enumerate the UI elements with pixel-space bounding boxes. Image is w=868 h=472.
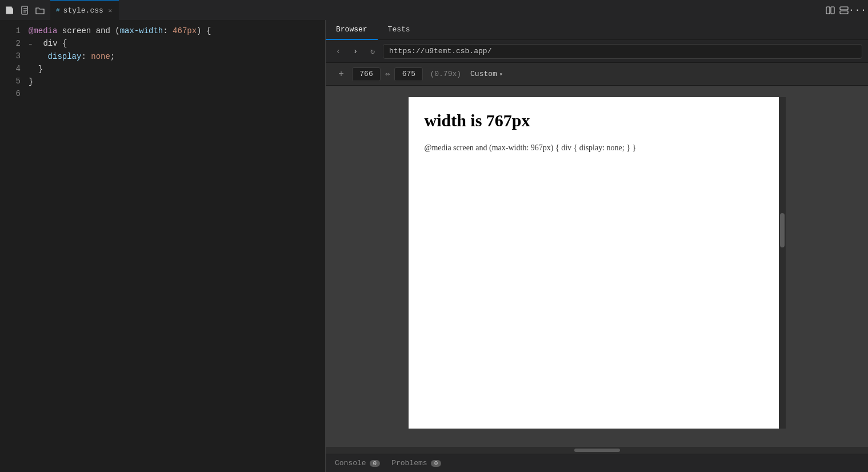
browser-hscrollbar[interactable]: [326, 447, 868, 454]
tab-bar: # style.css ✕ ···: [0, 0, 868, 20]
new-file-icon[interactable]: [19, 5, 31, 16]
explorer-icon[interactable]: [5, 5, 16, 16]
browser-scrollbar-thumb[interactable]: [780, 213, 785, 247]
console-status[interactable]: Console 0: [335, 459, 380, 467]
css-file-icon: #: [56, 7, 60, 14]
tab-bar-right: ···: [825, 5, 868, 16]
svg-rect-5: [840, 11, 848, 14]
browser-hscrollbar-thumb[interactable]: [574, 449, 620, 452]
frame-body: @media screen and (max-width: 967px) { d…: [425, 142, 770, 154]
folder-icon[interactable]: [34, 5, 46, 16]
editor-panel: 1 2 3 4 5 6 @media screen and (max-width…: [0, 20, 326, 472]
problems-badge: 0: [431, 460, 442, 467]
browser-scrollbar[interactable]: [779, 97, 786, 429]
editor-code[interactable]: @media screen and (max-width: 467px) { –…: [29, 25, 325, 467]
more-actions-icon[interactable]: ···: [852, 5, 863, 16]
viewport-zoom: (0.79x): [430, 70, 461, 78]
console-label: Console: [335, 459, 366, 467]
problems-status[interactable]: Problems 0: [391, 459, 441, 467]
main-content: 1 2 3 4 5 6 @media screen and (max-width…: [0, 20, 868, 472]
console-badge: 0: [370, 460, 381, 467]
code-editor[interactable]: 1 2 3 4 5 6 @media screen and (max-width…: [0, 20, 325, 472]
viewport-height-input[interactable]: [394, 67, 423, 81]
style-css-tab[interactable]: # style.css ✕: [50, 0, 119, 20]
viewport-separator: ⇔: [385, 69, 390, 79]
close-tab-icon[interactable]: ✕: [107, 6, 113, 15]
svg-rect-3: [831, 7, 834, 14]
viewport-preset-dropdown[interactable]: Custom ▾: [466, 68, 507, 80]
line-numbers: 1 2 3 4 5 6: [0, 25, 29, 467]
status-bar: Console 0 Problems 0: [326, 454, 868, 472]
browser-frame-content: width is 767px @media screen and (max-wi…: [409, 97, 786, 167]
svg-rect-4: [840, 7, 848, 10]
chevron-down-icon: ▾: [499, 71, 503, 78]
refresh-button[interactable]: ↻: [366, 45, 379, 58]
tab-label: style.css: [63, 6, 103, 15]
tab-bar-left-icons: [0, 5, 50, 16]
viewport-controls: + ⇔ (0.79x) Custom ▾: [326, 63, 868, 86]
address-bar-row: ‹ › ↻: [326, 40, 868, 63]
browser-frame: width is 767px @media screen and (max-wi…: [409, 97, 786, 429]
browser-panel: Browser Tests ‹ › ↻ + ⇔ (0.79x) Custom ▾: [326, 20, 868, 472]
back-button[interactable]: ‹: [331, 45, 345, 58]
add-viewport-button[interactable]: +: [335, 68, 347, 81]
forward-button[interactable]: ›: [349, 45, 362, 58]
browser-tabs: Browser Tests: [326, 20, 868, 40]
split-editor-icon[interactable]: [825, 5, 836, 16]
frame-heading: width is 767px: [425, 111, 770, 130]
svg-rect-2: [826, 7, 830, 14]
tab-browser[interactable]: Browser: [326, 20, 378, 40]
viewport-width-input[interactable]: [352, 67, 381, 81]
address-input[interactable]: [383, 44, 862, 59]
browser-viewport[interactable]: width is 767px @media screen and (max-wi…: [326, 86, 868, 447]
viewport-preset-label: Custom: [470, 70, 497, 78]
split-editor-2-icon[interactable]: [838, 5, 850, 16]
tab-tests[interactable]: Tests: [378, 20, 421, 40]
problems-label: Problems: [391, 459, 427, 467]
